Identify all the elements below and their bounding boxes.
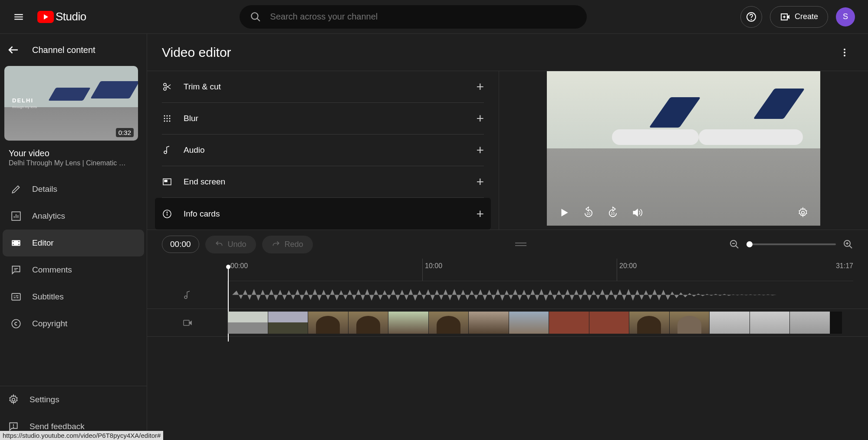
help-button[interactable] (740, 6, 762, 28)
rewind-icon: 10 (582, 207, 595, 219)
arrow-left-icon (7, 43, 20, 56)
audio-track[interactable] (147, 281, 868, 309)
svg-text:10: 10 (611, 212, 615, 216)
account-avatar[interactable]: S (836, 7, 855, 26)
video-title-label: Delhi Through My Lens | Cinematic … (0, 159, 147, 173)
redo-button[interactable]: Redo (262, 236, 313, 253)
back-label: Channel content (32, 45, 95, 55)
info-icon (162, 209, 172, 219)
svg-rect-31 (164, 180, 167, 182)
sidebar-item-comments[interactable]: Comments (3, 256, 144, 283)
svg-rect-10 (18, 244, 19, 245)
timeline-controls: 00:00 Undo Redo (147, 230, 868, 259)
back-button[interactable] (7, 43, 20, 56)
tool-trim[interactable]: Trim & cut + (162, 71, 484, 103)
sidebar-item-settings[interactable]: Settings (0, 386, 147, 413)
svg-point-20 (164, 115, 165, 117)
zoom-control (729, 239, 853, 250)
svg-rect-40 (184, 320, 189, 325)
volume-button[interactable] (630, 206, 644, 220)
sidebar-item-editor[interactable]: Editor (3, 230, 144, 256)
subtitles-icon (10, 291, 22, 302)
svg-point-14 (13, 427, 13, 427)
timecode-display[interactable]: 00:00 (162, 236, 199, 253)
music-icon (162, 145, 172, 155)
svg-point-15 (844, 49, 845, 50)
video-track[interactable] (147, 309, 868, 337)
svg-rect-8 (13, 244, 13, 245)
sidebar-item-analytics[interactable]: Analytics (3, 203, 144, 230)
create-button[interactable]: Create (770, 6, 828, 28)
filmstrip (228, 312, 842, 334)
youtube-icon (37, 11, 54, 23)
search-input[interactable] (270, 12, 576, 22)
svg-line-1 (257, 18, 260, 21)
svg-point-33 (167, 212, 168, 213)
svg-point-36 (802, 211, 805, 214)
preview-settings-button[interactable] (796, 206, 810, 220)
svg-point-21 (167, 115, 168, 117)
ruler-tick-2: 20:00 (619, 262, 637, 270)
svg-rect-11 (12, 293, 20, 300)
ruler-tick-0: 00:00 (230, 262, 248, 270)
sidebar-item-copyright[interactable]: Copyright (3, 310, 144, 337)
editor-icon (10, 237, 22, 249)
plus-icon: + (476, 174, 484, 189)
duration-badge: 0:32 (116, 128, 134, 137)
endscreen-icon (162, 177, 172, 187)
undo-icon (215, 240, 224, 249)
play-button[interactable] (557, 206, 571, 220)
svg-point-0 (252, 13, 258, 19)
create-label: Create (795, 12, 818, 21)
tool-blur[interactable]: Blur + (162, 103, 484, 135)
zoom-slider[interactable] (746, 243, 836, 245)
video-icon (182, 318, 193, 328)
analytics-icon (10, 210, 22, 222)
zoom-out-icon[interactable] (729, 239, 740, 250)
sidebar-item-details[interactable]: Details (3, 176, 144, 203)
app-header: Studio Create S (0, 0, 868, 34)
studio-logo[interactable]: Studio (37, 10, 86, 23)
undo-button[interactable]: Undo (205, 236, 256, 253)
more-button[interactable] (836, 44, 853, 61)
svg-point-12 (12, 319, 20, 328)
ruler-tick-1: 10:00 (425, 262, 442, 270)
hamburger-icon[interactable] (13, 11, 24, 23)
volume-icon (631, 207, 643, 218)
sidebar-item-subtitles[interactable]: Subtitles (3, 283, 144, 310)
create-icon (780, 12, 790, 22)
scissors-icon (162, 82, 172, 92)
svg-point-22 (169, 115, 171, 117)
svg-point-3 (751, 19, 751, 20)
forward-10-button[interactable]: 10 (606, 206, 620, 220)
page-title: Video editor (162, 45, 231, 60)
panel-drag-handle[interactable] (514, 243, 527, 246)
music-icon (182, 290, 193, 300)
blur-icon (162, 113, 172, 124)
svg-rect-9 (18, 241, 19, 242)
rewind-10-button[interactable]: 10 (582, 206, 595, 220)
tool-audio[interactable]: Audio + (162, 135, 484, 166)
time-ruler[interactable]: 00:00 10:00 20:00 31:17 (228, 259, 853, 281)
preview-controls: 10 10 (547, 200, 820, 226)
tool-infocards[interactable]: Info cards + (155, 198, 491, 230)
zoom-in-icon[interactable] (843, 239, 853, 250)
help-icon (746, 12, 756, 22)
svg-point-39 (184, 296, 187, 299)
pencil-icon (10, 184, 22, 195)
search-bar[interactable] (240, 5, 587, 29)
plus-icon: + (476, 143, 484, 158)
svg-point-25 (169, 118, 171, 119)
video-preview[interactable]: 10 10 (547, 71, 820, 226)
forward-icon: 10 (607, 207, 619, 219)
tool-endscreen[interactable]: End screen + (162, 166, 484, 198)
copyright-icon (10, 318, 22, 329)
svg-point-27 (167, 121, 168, 122)
redo-icon (272, 240, 280, 249)
waveform (228, 287, 838, 302)
svg-point-24 (167, 118, 168, 119)
video-thumbnail[interactable]: DELHI through my lens 0:32 (4, 66, 138, 141)
play-icon (559, 207, 570, 218)
main-content: Video editor Trim & cut + Blur (147, 34, 868, 440)
plus-icon: + (476, 79, 484, 94)
